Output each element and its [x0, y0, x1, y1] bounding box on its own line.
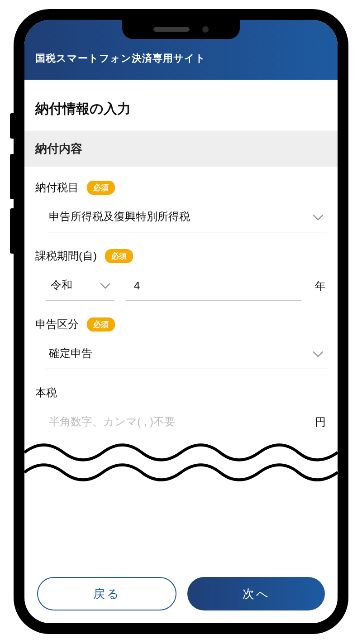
phone-screen: 国税スマートフォン決済専用サイト 納付情報の入力 納付内容 納付税目 必須 申告… [24, 20, 338, 623]
unit-yen: 円 [313, 415, 327, 437]
camera-icon [202, 26, 209, 33]
main-tax-placeholder: 半角数字、カンマ( , )不要 [49, 415, 175, 428]
main-tax-label: 本税 [35, 385, 57, 400]
button-bar: 戻る 次へ [24, 577, 338, 610]
hw-volume-up [10, 154, 14, 199]
phone-frame: 国税スマートフォン決済専用サイト 納付情報の入力 納付内容 納付税目 必須 申告… [14, 9, 348, 634]
hw-volume-down [10, 208, 14, 254]
unit-year: 年 [313, 279, 327, 301]
section-title: 納付内容 [24, 131, 338, 167]
required-badge: 必須 [87, 317, 115, 332]
era-select[interactable]: 令和 [46, 272, 114, 301]
back-button[interactable]: 戻る [37, 577, 176, 610]
chevron-down-icon [313, 210, 324, 221]
tax-period-label: 課税期間(自) [35, 249, 97, 263]
field-tax-period: 課税期間(自) 必須 令和 4 年 [24, 235, 338, 303]
main-tax-input[interactable]: 半角数字、カンマ( , )不要 [46, 409, 305, 437]
page-title: 納付情報の入力 [24, 80, 338, 131]
filing-type-label: 申告区分 [35, 317, 79, 332]
field-filing-type: 申告区分 必須 確定申告 [24, 303, 338, 372]
next-button-label: 次へ [243, 586, 270, 602]
phone-notch [122, 20, 240, 39]
back-button-label: 戻る [93, 586, 121, 602]
filing-type-select[interactable]: 確定申告 [46, 341, 327, 369]
field-tax-item: 納付税目 必須 申告所得税及復興特別所得税 [24, 167, 338, 235]
app-title: 国税スマートフォン決済専用サイト [35, 53, 206, 64]
tax-item-select[interactable]: 申告所得税及復興特別所得税 [46, 204, 327, 232]
year-value: 4 [134, 279, 140, 292]
field-main-tax: 本税 半角数字、カンマ( , )不要 円 [24, 372, 338, 437]
speaker-icon [153, 27, 190, 32]
required-badge: 必須 [87, 181, 115, 195]
tax-item-label: 納付税目 [35, 180, 79, 195]
chevron-down-icon [100, 279, 111, 289]
next-button[interactable]: 次へ [187, 577, 325, 610]
chevron-down-icon [313, 347, 324, 357]
page-break-wave-icon [24, 437, 338, 487]
required-badge: 必須 [105, 249, 133, 263]
hw-mute-switch [10, 113, 14, 139]
year-input[interactable]: 4 [126, 274, 301, 301]
tax-item-value: 申告所得税及復興特別所得税 [49, 209, 190, 224]
filing-type-value: 確定申告 [49, 346, 92, 360]
era-value: 令和 [51, 278, 72, 292]
